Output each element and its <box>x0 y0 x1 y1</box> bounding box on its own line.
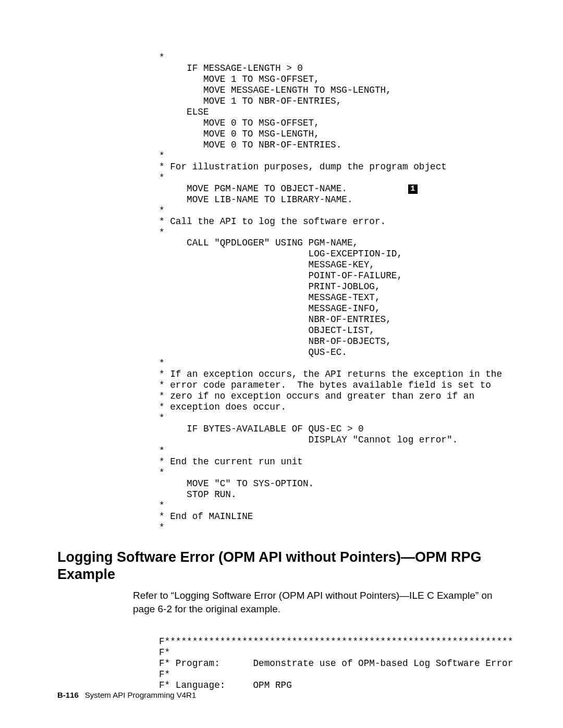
page-footer: B-116System API Programming V4R1 <box>57 690 196 699</box>
section-heading: Logging Software Error (OPM API without … <box>57 549 516 584</box>
code-block-2: F***************************************… <box>159 636 516 691</box>
body-text: Refer to “Logging Software Error (OPM AP… <box>133 590 493 614</box>
page-number: B-116 <box>57 690 79 699</box>
code-text-2: F***************************************… <box>159 636 513 690</box>
code-block-1a: * IF MESSAGE-LENGTH > 0 MOVE 1 TO MSG-OF… <box>159 52 516 183</box>
code-block-1b: MOVE LIB-NAME TO LIBRARY-NAME. * * Call … <box>159 194 516 533</box>
page-content: * IF MESSAGE-LENGTH > 0 MOVE 1 TO MSG-OF… <box>0 0 563 712</box>
code-callout-line: MOVE PGM-NAME TO OBJECT-NAME. 1 <box>159 183 516 194</box>
code-callout-text: MOVE PGM-NAME TO OBJECT-NAME. <box>159 183 408 194</box>
callout-1-icon: 1 <box>408 184 418 194</box>
code-text-1a: * IF MESSAGE-LENGTH > 0 MOVE 1 TO MSG-OF… <box>159 52 447 183</box>
body-paragraph: Refer to “Logging Software Error (OPM AP… <box>133 589 516 615</box>
section-heading-text: Logging Software Error (OPM API without … <box>57 549 482 583</box>
code-text-1b: MOVE LIB-NAME TO LIBRARY-NAME. * * Call … <box>159 194 502 533</box>
footer-title: System API Programming V4R1 <box>85 690 196 699</box>
